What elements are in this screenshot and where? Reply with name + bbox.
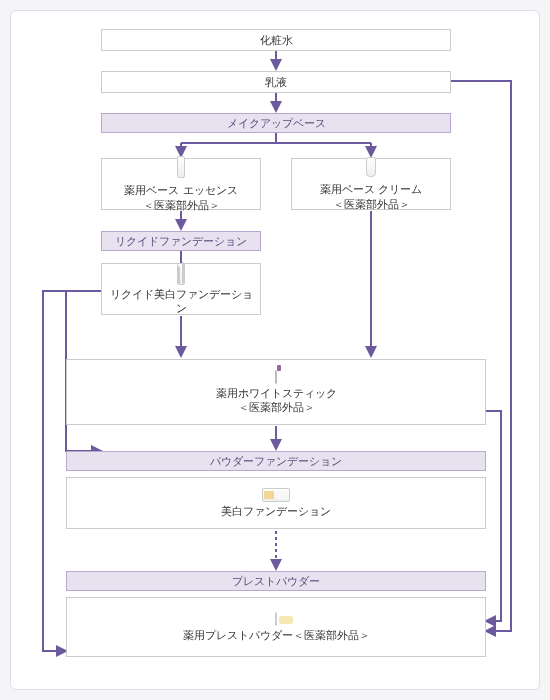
base-essence-l1: 薬用ベース エッセンス bbox=[124, 183, 237, 197]
bottle-icon bbox=[177, 156, 185, 181]
base-cream-l1: 薬用ベース クリーム bbox=[320, 182, 422, 196]
product-liquid-whitening: リクイド美白ファンデーション bbox=[101, 263, 261, 315]
stick-icon bbox=[275, 370, 277, 384]
white-stick-l2: ＜医薬部外品＞ bbox=[238, 400, 315, 414]
header-makeup-base: メイクアップベース bbox=[101, 113, 451, 133]
header-liquid-foundation: リクイドファンデーション bbox=[101, 231, 261, 251]
powder-pot-icon bbox=[275, 612, 277, 626]
header-powder-foundation-label: パウダーファンデーション bbox=[210, 454, 342, 468]
header-makeup-base-label: メイクアップベース bbox=[227, 116, 326, 130]
base-essence-l2: ＜医薬部外品＞ bbox=[143, 198, 220, 212]
header-liquid-foundation-label: リクイドファンデーション bbox=[115, 234, 247, 248]
product-base-cream: 薬用ベース クリーム ＜医薬部外品＞ bbox=[291, 158, 451, 210]
product-base-essence: 薬用ベース エッセンス ＜医薬部外品＞ bbox=[101, 158, 261, 210]
header-pressed-powder-label: プレストパウダー bbox=[232, 574, 320, 588]
flow-diagram: 化粧水 乳液 メイクアップベース 薬用ベース エッセンス ＜医薬部外品＞ 薬用ベ… bbox=[10, 10, 540, 690]
base-cream-l2: ＜医薬部外品＞ bbox=[333, 197, 410, 211]
tube-icon bbox=[366, 157, 376, 180]
header-powder-foundation: パウダーファンデーション bbox=[66, 451, 486, 471]
medicated-pressed-label: 薬用プレストパウダー＜医薬部外品＞ bbox=[183, 628, 370, 642]
product-medicated-pressed: 薬用プレストパウダー＜医薬部外品＞ bbox=[66, 597, 486, 657]
white-stick-l1: 薬用ホワイトスティック bbox=[216, 386, 337, 400]
header-pressed-powder: プレストパウダー bbox=[66, 571, 486, 591]
step-lotion-label: 化粧水 bbox=[260, 33, 293, 47]
product-white-stick: 薬用ホワイトスティック ＜医薬部外品＞ bbox=[66, 359, 486, 425]
step-emulsion: 乳液 bbox=[101, 71, 451, 93]
step-lotion: 化粧水 bbox=[101, 29, 451, 51]
compact-icon bbox=[262, 488, 290, 502]
bottle-pair-icon bbox=[177, 263, 185, 285]
step-emulsion-label: 乳液 bbox=[265, 75, 287, 89]
whitening-foundation-label: 美白ファンデーション bbox=[221, 504, 331, 518]
liquid-whitening-label: リクイド美白ファンデーション bbox=[106, 287, 256, 316]
product-whitening-foundation: 美白ファンデーション bbox=[66, 477, 486, 529]
